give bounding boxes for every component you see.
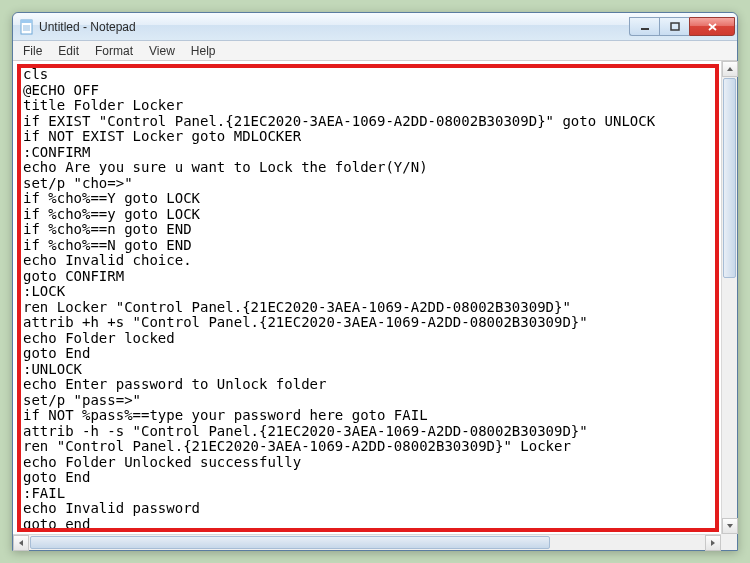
notepad-icon: [19, 19, 35, 35]
close-button[interactable]: [689, 17, 735, 36]
horizontal-scrollbar[interactable]: [13, 534, 721, 550]
menu-help[interactable]: Help: [183, 42, 224, 60]
scroll-left-button[interactable]: [13, 535, 29, 551]
menubar: File Edit Format View Help: [13, 41, 737, 61]
menu-file[interactable]: File: [15, 42, 50, 60]
menu-format[interactable]: Format: [87, 42, 141, 60]
titlebar[interactable]: Untitled - Notepad: [13, 13, 737, 41]
menu-view[interactable]: View: [141, 42, 183, 60]
scroll-down-button[interactable]: [722, 518, 738, 534]
window-controls: [629, 17, 735, 36]
notepad-window: Untitled - Notepad File Edit Format View…: [12, 12, 738, 551]
horizontal-scroll-thumb[interactable]: [30, 536, 550, 549]
scroll-corner: [721, 534, 737, 550]
scroll-up-button[interactable]: [722, 61, 738, 77]
text-editor[interactable]: cls @ECHO OFF title Folder Locker if EXI…: [13, 61, 737, 550]
maximize-button[interactable]: [659, 17, 689, 36]
editor-area: cls @ECHO OFF title Folder Locker if EXI…: [13, 61, 737, 550]
svg-rect-5: [641, 28, 649, 30]
scroll-right-button[interactable]: [705, 535, 721, 551]
window-title: Untitled - Notepad: [39, 20, 629, 34]
menu-edit[interactable]: Edit: [50, 42, 87, 60]
svg-rect-6: [671, 23, 679, 30]
vertical-scroll-thumb[interactable]: [723, 78, 736, 278]
minimize-button[interactable]: [629, 17, 659, 36]
vertical-scrollbar[interactable]: [721, 61, 737, 534]
svg-rect-1: [21, 20, 32, 23]
